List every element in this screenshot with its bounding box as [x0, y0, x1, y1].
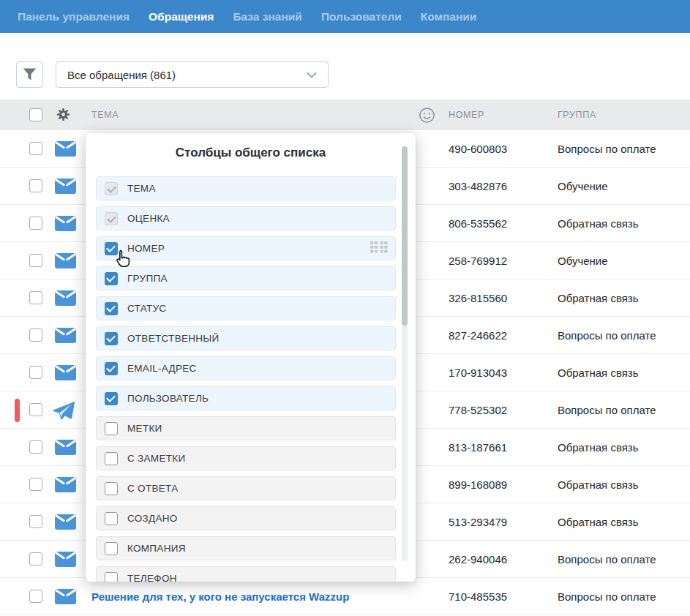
ticket-number: 490-600803	[449, 130, 507, 168]
envelope-icon	[55, 514, 76, 530]
ticket-number: 170-913043	[449, 354, 507, 391]
column-option-gruppa[interactable]: ГРУППА	[96, 266, 396, 290]
envelope-icon	[55, 253, 76, 268]
envelope-icon	[55, 589, 76, 604]
ticket-group: Обратная связь	[558, 429, 639, 466]
column-option-email[interactable]: EMAIL-АДРЕС	[96, 356, 396, 380]
column-option-telefon[interactable]: ТЕЛЕФОН	[96, 566, 396, 582]
table-header: ТЕМА НОМЕР ГРУППА	[0, 99, 690, 130]
ticket-group: Обратная связь	[558, 279, 639, 317]
column-option-otvetstvennyj[interactable]: ОТВЕТСТВЕННЫЙ	[96, 326, 396, 350]
ticket-topic-link[interactable]: Решение для тех, у кого не запускается W…	[91, 578, 349, 615]
row-checkbox[interactable]	[29, 590, 42, 603]
envelope-icon	[55, 328, 76, 343]
row-checkbox[interactable]	[29, 366, 42, 379]
ticket-group: Обратная связь	[558, 354, 639, 391]
row-checkbox[interactable]	[29, 142, 42, 155]
flag-bar	[15, 399, 20, 422]
ticket-number: 778-525302	[449, 391, 507, 429]
column-option-s-zametki[interactable]: С ЗАМЕТКИ	[96, 446, 396, 470]
row-checkbox[interactable]	[29, 515, 42, 528]
column-option-kompaniya[interactable]: КОМПАНИЯ	[96, 536, 396, 560]
envelope-icon	[55, 477, 76, 492]
envelope-icon	[55, 216, 76, 231]
ticket-number: 806-535562	[449, 205, 507, 242]
row-checkbox[interactable]	[29, 403, 42, 416]
column-header-tema[interactable]: ТЕМА	[91, 99, 119, 130]
popup-scrollbar-track[interactable]	[402, 146, 408, 561]
paper-plane-icon	[53, 401, 75, 423]
envelope-icon	[55, 552, 76, 567]
ticket-group: Обучение	[558, 168, 608, 205]
checkbox-unchecked[interactable]	[105, 572, 118, 582]
chevron-down-icon	[307, 72, 317, 78]
row-checkbox[interactable]	[29, 328, 42, 342]
ticket-number: 303-482876	[449, 168, 507, 205]
row-checkbox[interactable]	[29, 291, 42, 304]
column-option-nomer[interactable]: НОМЕР	[96, 236, 396, 260]
select-all-checkbox[interactable]	[29, 108, 42, 121]
checkbox-checked[interactable]	[105, 362, 118, 375]
envelope-icon	[55, 365, 76, 380]
ticket-group: Вопросы по оплате	[558, 391, 656, 429]
nav-tab-dashboard[interactable]: Панель управления	[18, 10, 130, 23]
envelope-icon	[55, 290, 76, 306]
envelope-icon	[55, 440, 76, 455]
column-option-polzovatel[interactable]: ПОЛЬЗОВАТЕЛЬ	[96, 386, 396, 410]
funnel-icon	[23, 68, 37, 81]
nav-tab-companies[interactable]: Компании	[421, 10, 477, 23]
table-row[interactable]: Решение для тех, у кого не запускается W…	[0, 578, 690, 615]
column-list: ТЕМА ОЦЕНКА НОМЕР ГРУППА СТАТУС	[86, 176, 416, 582]
ticket-group: Вопросы по оплате	[558, 130, 656, 168]
gear-icon[interactable]	[57, 108, 70, 124]
ticket-number: 813-187661	[449, 429, 507, 466]
column-header-gruppa[interactable]: ГРУППА	[558, 99, 596, 130]
grid-handle-icon[interactable]	[370, 241, 388, 256]
checkbox-checked[interactable]	[105, 272, 118, 285]
nav-tab-users[interactable]: Пользователи	[321, 10, 402, 23]
checkbox-checked-disabled[interactable]	[105, 212, 118, 225]
column-header-nomer[interactable]: НОМЕР	[449, 99, 484, 130]
ticket-filter-value: Все обращения (861)	[67, 69, 176, 81]
ticket-filter-select[interactable]: Все обращения (861)	[56, 61, 329, 88]
checkbox-unchecked[interactable]	[105, 482, 118, 495]
row-checkbox[interactable]	[29, 254, 42, 267]
row-checkbox[interactable]	[29, 179, 42, 192]
checkbox-unchecked[interactable]	[105, 542, 118, 555]
envelope-icon	[55, 179, 76, 194]
column-option-tema[interactable]: ТЕМА	[96, 176, 396, 200]
ticket-group: Обучение	[558, 242, 608, 279]
column-option-ocenka[interactable]: ОЦЕНКА	[96, 206, 396, 230]
ticket-group: Вопросы по оплате	[558, 541, 656, 578]
column-option-status[interactable]: СТАТУС	[96, 296, 396, 320]
row-checkbox[interactable]	[29, 440, 42, 454]
row-checkbox[interactable]	[29, 217, 42, 230]
ticket-group: Вопросы по оплате	[558, 578, 656, 615]
column-chooser-popup: Столбцы общего списка ТЕМА ОЦЕНКА НОМЕР …	[86, 133, 416, 582]
checkbox-unchecked[interactable]	[105, 512, 118, 525]
column-option-s-otveta[interactable]: С ОТВЕТА	[96, 476, 396, 500]
popup-scrollbar-thumb[interactable]	[402, 146, 408, 326]
nav-tab-knowledge-base[interactable]: База знаний	[233, 10, 301, 23]
checkbox-unchecked[interactable]	[105, 452, 118, 465]
nav-tab-tickets[interactable]: Обращения	[149, 10, 214, 23]
checkbox-checked[interactable]	[105, 392, 118, 405]
checkbox-checked-disabled[interactable]	[105, 182, 118, 195]
row-checkbox[interactable]	[29, 478, 42, 491]
column-option-metki[interactable]: МЕТКИ	[96, 416, 396, 440]
smiley-icon[interactable]	[419, 107, 435, 127]
ticket-number: 899-168089	[449, 466, 507, 503]
filter-button[interactable]	[16, 61, 43, 88]
toolbar: Все обращения (861)	[16, 61, 329, 88]
row-checkbox[interactable]	[29, 552, 42, 566]
ticket-number: 262-940046	[449, 541, 507, 578]
checkbox-unchecked[interactable]	[105, 422, 118, 435]
ticket-number: 513-293479	[449, 503, 507, 541]
popup-title: Столбцы общего списка	[86, 146, 416, 160]
ticket-group: Вопросы по оплате	[558, 317, 656, 354]
ticket-number: 326-815560	[449, 279, 507, 317]
checkbox-checked[interactable]	[105, 332, 118, 345]
checkbox-checked[interactable]	[105, 302, 118, 315]
envelope-icon	[55, 141, 76, 157]
column-option-sozdano[interactable]: СОЗДАНО	[96, 506, 396, 530]
